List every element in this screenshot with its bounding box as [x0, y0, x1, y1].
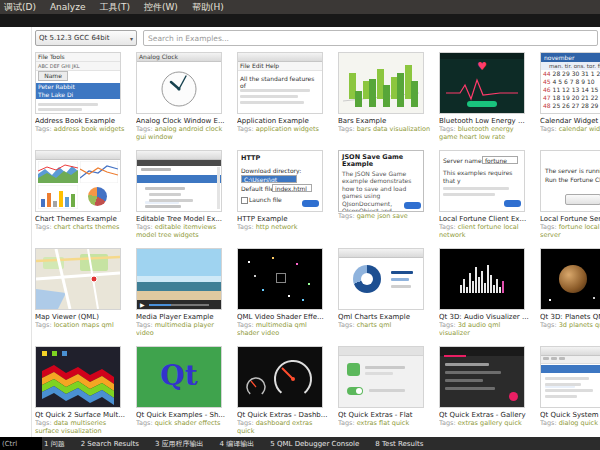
card-title: Qt Quick Extras - Flat [338, 411, 432, 419]
card-qt3d-audio-visualizer[interactable]: Qt 3D: Audio Visualizer ... Tags: 3d aud… [439, 248, 531, 346]
pane-compile-output[interactable]: 4 编译输出 [220, 439, 255, 449]
card-tags: Tags: extras flat quick [338, 419, 432, 427]
bar-chart-icon [339, 53, 423, 113]
card-tags: Tags: extras gallery quick [439, 419, 533, 427]
card-http[interactable]: HTTP Download directory: C:\Users\qt Def… [237, 150, 329, 248]
card-tags: Tags: location maps qml [35, 321, 129, 329]
card-tags: Tags: client fortune local network [439, 223, 533, 239]
mini-bar-chart-icon [38, 185, 78, 209]
card-qml-charts[interactable]: Qml Charts Example Tags: charts qml [338, 248, 430, 346]
search-input[interactable] [143, 30, 598, 46]
card-calendar-widget[interactable]: november man. tir. ons. tor. fre. 44 28 … [540, 52, 600, 150]
card-address-book[interactable]: File Tools ABC DEF GHI JKL Name Peter Ra… [35, 52, 127, 150]
card-editable-tree-model[interactable]: Editable Tree Model Ex... Tags: editable… [136, 150, 228, 248]
application-thumbnail: File Edit Help All the standard features… [237, 52, 323, 114]
menu-tools[interactable]: 工具(T) [99, 1, 130, 14]
card-tags: Tags: quick shader effects [136, 419, 230, 427]
card-tags: Tags: editable itemviews model tree widg… [136, 223, 230, 239]
pane-application-output[interactable]: 3 应用程序输出 [155, 439, 204, 449]
pane-qml-debugger-console[interactable]: 5 QML Debugger Console [270, 440, 359, 448]
quit-button [504, 200, 521, 207]
menu-debug[interactable]: 调试(D) [4, 1, 36, 14]
card-tag-values[interactable]: location maps qml [54, 321, 114, 329]
card-title: Chart Themes Example [35, 215, 129, 223]
video-shader-thumbnail [237, 248, 323, 310]
card-bluetooth-low-energy[interactable]: ♥ Bluetooth Low Energy ... Tags: bluetoo… [439, 52, 531, 150]
card-analog-clock[interactable]: Analog Clock Analog Clock Window E... Ta… [136, 52, 228, 150]
card-tags: Tags: data multiseries surface visualiza… [35, 419, 129, 435]
menu-help[interactable]: 帮助(H) [192, 1, 224, 14]
card-title: HTTP Example [237, 215, 331, 223]
card-tags: Tags: multimedia qml shader video [237, 321, 331, 337]
pane-test-results[interactable]: 8 Test Results [375, 440, 423, 448]
pane-issues[interactable]: 1 问题 [44, 439, 65, 449]
card-tag-values[interactable]: dialog quick system [559, 419, 600, 427]
fortune-server-thumbnail: The server is runni Run the Fortune Cli [540, 150, 600, 212]
system-dialog-thumbnail [540, 346, 600, 408]
card-tag-values[interactable]: address book widgets [54, 125, 125, 133]
card-local-fortune-server[interactable]: The server is runni Run the Fortune Cli … [540, 150, 600, 248]
card-tag-values[interactable]: quick shader effects [155, 419, 221, 427]
qml-charts-thumbnail [338, 248, 424, 310]
dashboard-thumbnail [237, 346, 323, 408]
card-tag-values[interactable]: extras gallery quick [458, 419, 522, 427]
card-title: Analog Clock Window E... [136, 117, 230, 125]
gauge-icon [238, 347, 322, 407]
menu-analyze[interactable]: Analyze [50, 2, 85, 12]
kit-selector-label: Qt 5.12.3 GCC 64bit [39, 34, 109, 42]
card-json-save-game[interactable]: JSON Save Game Example The JSON Save Gam… [338, 150, 430, 248]
calendar-thumbnail: november man. tir. ons. tor. fre. 44 28 … [540, 52, 600, 114]
card-chart-themes[interactable]: Chart Themes Example Tags: chart charts … [35, 150, 127, 248]
bars-3d-thumbnail [338, 52, 424, 114]
audio-visualizer-thumbnail [439, 248, 525, 310]
card-bars[interactable]: Bars Example Tags: bars data visualizati… [338, 52, 430, 150]
chart-themes-thumbnail [35, 150, 121, 212]
card-tag-values[interactable]: calendar widgets [559, 125, 600, 133]
play-icon: ▶ [140, 301, 145, 308]
planets-thumbnail [540, 248, 600, 310]
card-quick-system-dialog[interactable]: Qt Quick System Dialog ... Tags: dialog … [540, 346, 600, 444]
card-quick-extras-dashboard[interactable]: Qt Quick Extras - Dashb... Tags: dashboa… [237, 346, 329, 444]
card-quick-extras-gallery[interactable]: Qt Quick Extras - Gallery Tags: extras g… [439, 346, 531, 444]
card-title: Qt Quick System Dialog ... [540, 411, 600, 419]
card-qt-quick-examples[interactable]: Qt Qt Quick Examples - Sh... Tags: quick… [136, 346, 228, 444]
mini-pie-chart-icon [88, 187, 107, 206]
map-pin-icon [91, 276, 97, 282]
card-title: QML Video Shader Effe... [237, 313, 331, 321]
card-tag-values[interactable]: extras flat quick [357, 419, 409, 427]
address-book-thumbnail: File Tools ABC DEF GHI JKL Name Peter Ra… [35, 52, 121, 114]
card-tag-values[interactable]: chart charts themes [54, 223, 120, 231]
output-pane-bar: 1 问题 2 Search Results 3 应用程序输出 4 编译输出 5 … [0, 437, 600, 450]
menubar: 调试(D) Analyze 工具(T) 控件(W) 帮助(H) [0, 0, 600, 14]
menu-window[interactable]: 控件(W) [144, 1, 178, 14]
media-player-thumbnail: ▶ [136, 248, 222, 310]
details-button[interactable] [404, 202, 421, 209]
card-tags: Tags: http network [237, 223, 331, 231]
card-tag-values[interactable]: game json save [357, 212, 408, 220]
card-local-fortune-client[interactable]: Server name: fortune This examples requi… [439, 150, 531, 248]
quit-button [565, 194, 600, 205]
card-title: Qt 3D: Planets QML Exa... [540, 313, 600, 321]
card-title: Qt Quick Extras - Dashb... [237, 411, 331, 419]
card-map-viewer[interactable]: Map Viewer (QML) Tags: location maps qml [35, 248, 127, 346]
card-qml-video-shader[interactable]: QML Video Shader Effe... Tags: multimedi… [237, 248, 329, 346]
card-tag-values[interactable]: bars data visualization [357, 125, 431, 133]
card-qt3d-planets[interactable]: Qt 3D: Planets QML Exa... Tags: 3d plane… [540, 248, 600, 346]
card-title: Qt Quick Examples - Sh... [136, 411, 230, 419]
card-quick-extras-flat[interactable]: Qt Quick Extras - Flat Tags: extras flat… [338, 346, 430, 444]
card-tag-values[interactable]: http network [256, 223, 298, 231]
card-title: Editable Tree Model Ex... [136, 215, 230, 223]
http-thumbnail: HTTP Download directory: C:\Users\qt Def… [237, 150, 323, 212]
card-application[interactable]: File Edit Help All the standard features… [237, 52, 329, 150]
flat-style-thumbnail [338, 346, 424, 408]
card-surface-multiseries[interactable]: Qt Quick 2 Surface Mult... Tags: data mu… [35, 346, 127, 444]
pane-search-results[interactable]: 2 Search Results [81, 440, 139, 448]
analog-clock-thumbnail: Analog Clock [136, 52, 222, 114]
card-tag-values[interactable]: charts qml [357, 321, 392, 329]
card-media-player[interactable]: ▶ Media Player Example Tags: multimedia … [136, 248, 228, 346]
card-title: Qt Quick Extras - Gallery [439, 411, 533, 419]
line-chart-icon [80, 161, 118, 183]
card-tag-values[interactable]: 3d planets qml [559, 321, 600, 329]
card-tag-values[interactable]: application widgets [256, 125, 319, 133]
kit-selector-dropdown[interactable]: Qt 5.12.3 GCC 64bit ▾ [35, 30, 137, 46]
